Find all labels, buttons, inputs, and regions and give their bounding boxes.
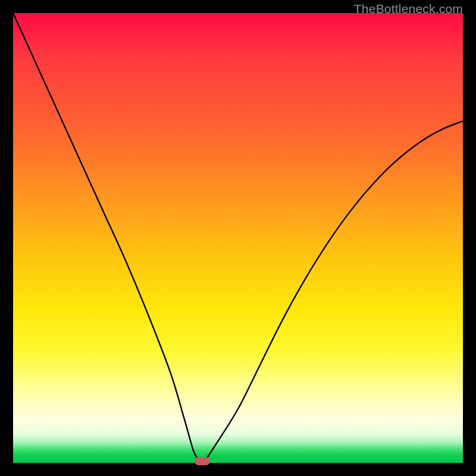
chart-container: TheBottleneck.com xyxy=(0,0,476,476)
curve-path xyxy=(13,13,463,463)
watermark-text: TheBottleneck.com xyxy=(354,2,463,16)
bottleneck-curve xyxy=(13,13,463,463)
optimum-marker xyxy=(195,457,210,465)
